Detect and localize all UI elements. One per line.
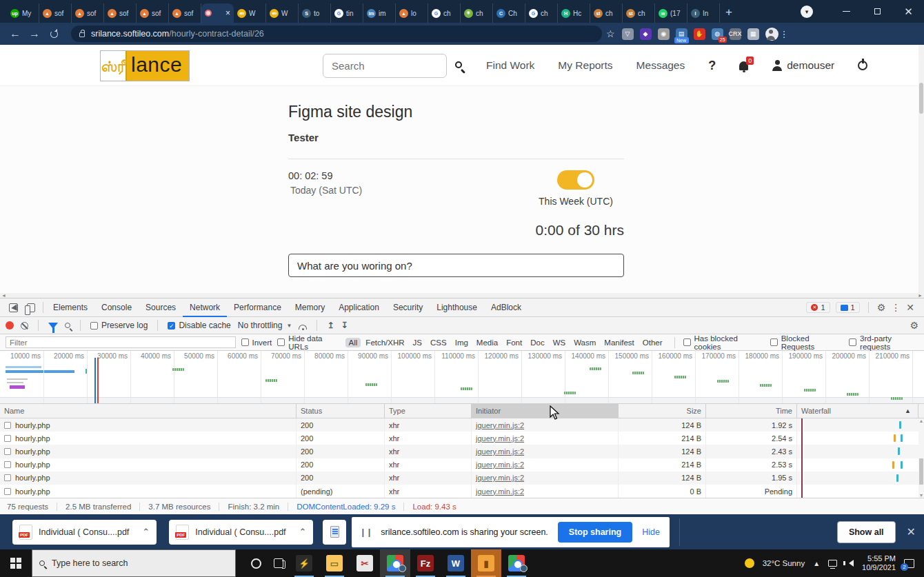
clear-network-icon[interactable] bbox=[21, 322, 28, 330]
phpstorm-icon[interactable]: ⚡ bbox=[289, 549, 319, 577]
taskbar-clock[interactable]: 5:55 PM 10/9/2021 bbox=[862, 554, 896, 572]
type-filter-media[interactable]: Media bbox=[473, 338, 501, 347]
devtools-tab-application[interactable]: Application bbox=[332, 298, 386, 317]
devtools-tab-sources[interactable]: Sources bbox=[139, 298, 183, 317]
browser-tab[interactable]: CCh bbox=[493, 3, 525, 23]
tracking-toggle[interactable] bbox=[557, 170, 594, 190]
row-checkbox[interactable] bbox=[4, 435, 11, 442]
column-header-type[interactable]: Type bbox=[385, 404, 472, 418]
export-har-icon[interactable]: ↧ bbox=[341, 321, 348, 330]
browser-tab[interactable]: Gch bbox=[428, 3, 461, 23]
row-checkbox[interactable] bbox=[4, 448, 11, 455]
profile-avatar-icon[interactable] bbox=[765, 28, 779, 41]
network-conditions-icon[interactable] bbox=[299, 325, 307, 330]
browser-tab[interactable]: Gtin bbox=[331, 3, 363, 23]
weather-sun-icon[interactable] bbox=[745, 558, 754, 568]
show-all-downloads-button[interactable]: Show all bbox=[837, 521, 896, 543]
browser-tab[interactable]: × bbox=[201, 3, 234, 23]
chevron-up-icon[interactable]: ⌃ bbox=[142, 527, 150, 537]
column-header-time[interactable]: Time bbox=[706, 404, 797, 418]
back-button[interactable]: ← bbox=[6, 28, 25, 40]
hide-button[interactable]: Hide bbox=[642, 527, 660, 537]
record-network-icon[interactable] bbox=[6, 321, 14, 330]
devtools-tab-memory[interactable]: Memory bbox=[288, 298, 332, 317]
3rd-party-requests-checkbox[interactable]: 3rd-party requests bbox=[849, 334, 918, 351]
browser-tab[interactable]: stch bbox=[590, 3, 623, 23]
browser-tab[interactable]: ▲lo bbox=[396, 3, 428, 23]
network-tray-icon[interactable] bbox=[828, 560, 837, 567]
nav-item-messages[interactable]: Messages bbox=[636, 59, 685, 72]
initiator-link[interactable]: jquery.min.js:2 bbox=[476, 421, 524, 429]
error-count-badge[interactable]: ✕1 bbox=[806, 302, 830, 313]
browser-tab[interactable]: Gch bbox=[525, 3, 558, 23]
request-row[interactable]: hourly.php200xhrjquery.min.js:2124 B2.43… bbox=[0, 445, 924, 458]
type-filter-fetch-xhr[interactable]: Fetch/XHR bbox=[362, 338, 408, 347]
shield-ext-icon[interactable]: ▽ bbox=[622, 28, 634, 40]
initiator-link[interactable]: jquery.min.js:2 bbox=[476, 460, 524, 469]
browser-profile-button[interactable]: ▾ bbox=[801, 6, 813, 18]
has-blocked-cookies-checkbox[interactable]: Has blocked cookies bbox=[683, 334, 761, 351]
site-search-input[interactable] bbox=[323, 54, 447, 78]
task-view-icon[interactable] bbox=[274, 558, 283, 568]
purple-diamond-icon[interactable]: ◆ bbox=[640, 28, 652, 40]
speaker-icon[interactable] bbox=[845, 560, 854, 567]
crx-icon[interactable]: CRX bbox=[730, 28, 741, 40]
type-filter-other[interactable]: Other bbox=[639, 338, 666, 347]
initiator-link[interactable]: jquery.min.js:2 bbox=[476, 474, 524, 482]
type-filter-ws[interactable]: WS bbox=[550, 338, 570, 347]
tray-chevron-icon[interactable]: ▲ bbox=[813, 560, 820, 567]
browser-tab[interactable]: ✳ch bbox=[461, 3, 493, 23]
new-tab-button[interactable]: + bbox=[725, 6, 732, 19]
browser-tab[interactable]: upMy bbox=[7, 3, 39, 23]
chrome-icon[interactable] bbox=[380, 549, 410, 577]
bookmark-star-icon[interactable]: ☆ bbox=[606, 28, 615, 39]
globe-badge-icon[interactable]: ◍25 bbox=[712, 28, 723, 40]
request-row[interactable]: hourly.php200xhrjquery.min.js:2214 B2.53… bbox=[0, 458, 924, 472]
snipping-tool-icon[interactable]: ✂ bbox=[350, 549, 380, 577]
request-row[interactable]: hourly.php(pending)xhrjquery.min.js:20 B… bbox=[0, 485, 924, 498]
browser-tab[interactable]: imim bbox=[363, 3, 396, 23]
request-row[interactable]: hourly.php200xhrjquery.min.js:2214 B2.54… bbox=[0, 432, 924, 445]
download-item[interactable]: Individual ( Consu....pdf ⌃ bbox=[12, 520, 157, 545]
devtools-tab-security[interactable]: Security bbox=[386, 298, 430, 317]
close-window-button[interactable]: ✕ bbox=[893, 0, 924, 23]
search-icon[interactable] bbox=[455, 61, 462, 68]
weather-text[interactable]: 32°C Sunny bbox=[763, 559, 805, 567]
devtools-settings-icon[interactable]: ⚙ bbox=[877, 302, 886, 313]
throttling-select[interactable]: No throttling▼ bbox=[238, 321, 292, 330]
filezilla-icon[interactable]: Fz bbox=[410, 549, 441, 577]
user-menu[interactable]: demouser bbox=[772, 59, 834, 72]
page-vertical-scrollbar[interactable] bbox=[918, 45, 924, 293]
column-header-status[interactable]: Status bbox=[297, 404, 385, 418]
type-filter-manifest[interactable]: Manifest bbox=[601, 338, 637, 347]
browser-tab[interactable]: ▲sof bbox=[169, 3, 201, 23]
browser-tab[interactable]: IIn bbox=[687, 3, 720, 23]
import-har-icon[interactable]: ↥ bbox=[327, 321, 334, 330]
row-checkbox[interactable] bbox=[4, 461, 11, 468]
type-filter-font[interactable]: Font bbox=[503, 338, 525, 347]
network-filter-input[interactable] bbox=[6, 336, 236, 348]
notification-center-icon[interactable]: 2 bbox=[904, 559, 914, 568]
page-horizontal-scrollbar[interactable]: ◄► bbox=[0, 293, 924, 298]
row-checkbox[interactable] bbox=[4, 488, 11, 495]
puzzle-icon[interactable]: ▦ bbox=[747, 28, 759, 40]
issues-count-badge[interactable]: 1 bbox=[836, 302, 860, 313]
browser-tab[interactable]: Sto bbox=[299, 3, 331, 23]
browser-tab[interactable]: stch bbox=[623, 3, 655, 23]
site-logo[interactable]: ஸ்ரீ lance bbox=[100, 50, 190, 81]
browser-tab[interactable]: ▲sof bbox=[104, 3, 137, 23]
type-filter-css[interactable]: CSS bbox=[427, 338, 450, 347]
devtools-tab-lighthouse[interactable]: Lighthouse bbox=[430, 298, 484, 317]
download-item[interactable]: Individual ( Consu....pdf ⌃ bbox=[169, 520, 313, 545]
network-overview-timeline[interactable]: 10000 ms20000 ms30000 ms40000 ms50000 ms… bbox=[0, 351, 924, 404]
download-item-small[interactable] bbox=[323, 520, 346, 545]
logout-power-icon[interactable] bbox=[858, 61, 867, 70]
device-toolbar-icon[interactable] bbox=[22, 303, 40, 312]
scroll-left-icon[interactable]: ◄ bbox=[1, 293, 6, 298]
table-scrollbar[interactable]: ▲ ▼ bbox=[918, 418, 924, 498]
chrome-profile2-icon[interactable] bbox=[501, 549, 532, 577]
devtools-close-icon[interactable]: ✕ bbox=[906, 302, 914, 313]
reload-button[interactable] bbox=[50, 30, 58, 38]
invert-checkbox[interactable]: Invert bbox=[241, 338, 272, 347]
column-header-name[interactable]: Name bbox=[0, 404, 297, 418]
